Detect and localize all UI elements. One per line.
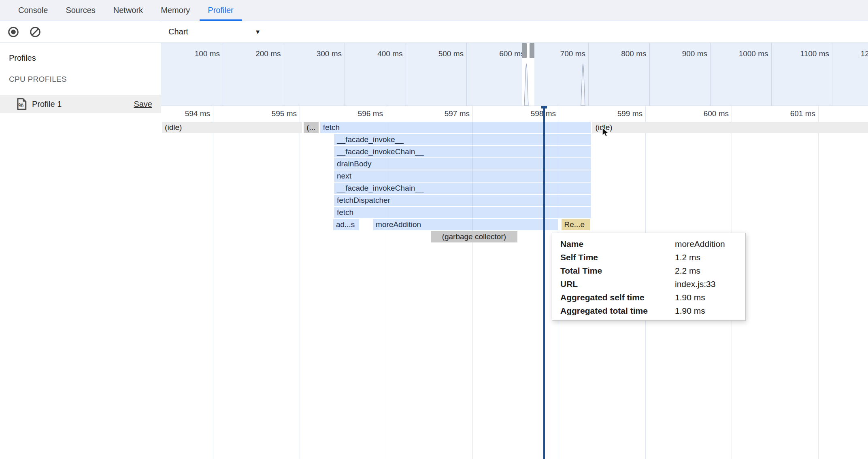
flame-row-6: __facade_invokeChain__ <box>161 183 868 195</box>
tooltip-row: Aggregated total time1.90 ms <box>560 304 737 317</box>
detail-tick-600: 600 ms <box>161 109 729 118</box>
frame-details-tooltip: NamemoreAdditionSelf Time1.2 msTotal Tim… <box>552 233 746 321</box>
cpu-activity-spike <box>523 64 529 106</box>
tab-console[interactable]: Console <box>9 0 57 21</box>
flame-bar[interactable]: fetch <box>334 207 591 218</box>
detail-tick-602: 602 ms <box>161 109 868 118</box>
tooltip-row: Total Time2.2 ms <box>560 264 737 277</box>
overview-ruler: 100 ms200 ms300 ms400 ms500 ms600 ms700 … <box>161 43 868 106</box>
overview-tick-100: 100 ms <box>161 43 223 106</box>
flame-chart[interactable]: 594 ms595 ms596 ms597 ms598 ms599 ms600 … <box>161 106 868 459</box>
flame-bar[interactable]: (idle) <box>592 122 868 133</box>
flame-bar[interactable]: moreAddition <box>373 219 558 230</box>
overview-tick-400: 400 ms <box>345 43 406 106</box>
detail-tick-599: 599 ms <box>161 109 642 118</box>
tooltip-value: 1.90 ms <box>675 293 737 302</box>
tooltip-label: Aggregated total time <box>560 306 675 316</box>
detail-tick-596: 596 ms <box>161 109 383 118</box>
flame-row-8: fetch <box>161 207 868 219</box>
tooltip-value: index.js:33 <box>675 279 737 289</box>
tooltip-row: Self Time1.2 ms <box>560 251 737 264</box>
flame-row-2: __facade_invoke__ <box>161 134 868 146</box>
tooltip-value: 2.2 ms <box>675 266 737 276</box>
devtools-tab-bar: ConsoleSourcesNetworkMemoryProfiler <box>0 0 868 21</box>
flame-row-4: drainBody <box>161 158 868 170</box>
overview-tick-700: 700 ms <box>528 43 589 106</box>
flame-rows: (idle)(...fetch(idle)__facade_invoke____… <box>161 122 868 243</box>
view-toolbar: Chart ▼ <box>161 21 868 43</box>
record-icon <box>7 26 19 38</box>
detail-tick-594: 594 ms <box>161 109 210 118</box>
flame-bar[interactable]: ad...s <box>333 219 359 230</box>
overview-tick-1000: 1000 ms <box>711 43 772 106</box>
tab-sources[interactable]: Sources <box>57 0 104 21</box>
overview-tick-500: 500 ms <box>406 43 467 106</box>
chevron-down-icon: ▼ <box>255 28 261 35</box>
tab-memory[interactable]: Memory <box>152 0 199 21</box>
overview-tick-600: 600 ms <box>467 43 528 106</box>
overview-tick-200: 200 ms <box>223 43 284 106</box>
selection-handle-right[interactable] <box>530 43 534 58</box>
selection-handle-left[interactable] <box>522 43 527 58</box>
tooltip-label: Aggregated self time <box>560 293 675 302</box>
flame-row-1: (idle)(...fetch(idle) <box>161 122 868 134</box>
tab-network[interactable]: Network <box>104 0 152 21</box>
tooltip-label: URL <box>560 279 675 289</box>
detail-tick-597: 597 ms <box>161 109 470 118</box>
flame-bar[interactable]: (idle) <box>162 122 302 133</box>
flame-bar[interactable]: drainBody <box>334 158 591 170</box>
overview-tick-900: 900 ms <box>650 43 711 106</box>
profile-name: Profile 1 <box>32 100 62 109</box>
content-area: Profiles CPU PROFILES % Profile 1 Save C… <box>0 21 868 459</box>
overview-tick-800: 800 ms <box>589 43 650 106</box>
tooltip-value: moreAddition <box>675 239 737 249</box>
tooltip-value: 1.2 ms <box>675 253 737 262</box>
profiles-heading: Profiles <box>9 53 161 63</box>
flame-row-3: __facade_invokeChain__ <box>161 146 868 158</box>
clear-profiles-button[interactable] <box>29 26 42 38</box>
flame-row-9: ad...smoreAdditionRe...e <box>161 219 868 231</box>
flame-bar[interactable]: __facade_invokeChain__ <box>334 183 591 194</box>
tooltip-row: URLindex.js:33 <box>560 277 737 291</box>
circle-slash-icon <box>29 26 41 38</box>
detail-tick-598: 598 ms <box>161 109 556 118</box>
tooltip-label: Total Time <box>560 266 675 276</box>
flame-bar[interactable]: __facade_invokeChain__ <box>334 146 591 157</box>
cpu-activity-spike <box>580 64 586 106</box>
overview-tick-1100: 1100 ms <box>772 43 833 106</box>
tooltip-row: Aggregated self time1.90 ms <box>560 291 737 304</box>
flame-row-10: (garbage collector) <box>161 231 868 243</box>
flame-bar[interactable]: fetch <box>320 122 591 133</box>
profiler-toolbar <box>0 21 161 43</box>
flame-bar[interactable]: next <box>334 170 591 182</box>
flame-bar[interactable]: __facade_invoke__ <box>334 134 591 145</box>
flame-row-7: fetchDispatcher <box>161 195 868 207</box>
tab-profiler[interactable]: Profiler <box>199 0 242 21</box>
flame-row-5: next <box>161 170 868 183</box>
detail-tick-595: 595 ms <box>161 109 297 118</box>
profile-document-icon: % <box>16 98 27 110</box>
flame-bar[interactable]: (garbage collector) <box>431 231 517 242</box>
save-profile-link[interactable]: Save <box>134 100 152 109</box>
view-mode-select[interactable]: Chart ▼ <box>168 27 261 36</box>
tooltip-label: Self Time <box>560 253 675 262</box>
time-marker-line <box>543 106 545 459</box>
overview-tick-1200: 1200 ms <box>832 43 868 106</box>
detail-tick-601: 601 ms <box>161 109 815 118</box>
flame-bar[interactable]: Re...e <box>562 219 590 230</box>
flame-bar[interactable]: (... <box>304 122 318 133</box>
cpu-profiles-section-label: CPU PROFILES <box>9 75 161 84</box>
timeline-overview[interactable]: 100 ms200 ms300 ms400 ms500 ms600 ms700 … <box>161 43 868 106</box>
view-mode-value: Chart <box>168 27 188 36</box>
time-marker-tick <box>541 106 547 108</box>
profile-list-item[interactable]: % Profile 1 Save <box>0 95 161 113</box>
tooltip-label: Name <box>560 239 675 249</box>
overview-tick-300: 300 ms <box>284 43 345 106</box>
profiles-sidebar: Profiles CPU PROFILES % Profile 1 Save <box>0 21 161 459</box>
tooltip-row: NamemoreAddition <box>560 237 737 251</box>
record-button[interactable] <box>7 26 20 38</box>
svg-text:%: % <box>18 102 23 108</box>
tooltip-value: 1.90 ms <box>675 306 737 316</box>
profiler-main-pane: Chart ▼ 100 ms200 ms300 ms400 ms500 ms60… <box>161 21 868 459</box>
flame-bar[interactable]: fetchDispatcher <box>334 195 591 206</box>
